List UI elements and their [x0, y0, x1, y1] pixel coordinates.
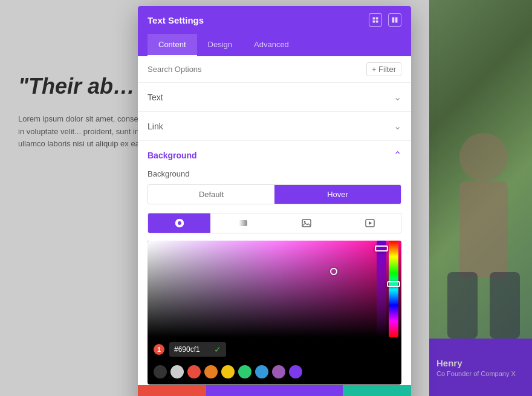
hue-handle[interactable] — [387, 281, 400, 287]
svg-rect-13 — [302, 219, 311, 227]
background-subtabs: Default Hover — [148, 184, 401, 204]
link-section-label: Link — [148, 122, 163, 131]
swatch-1[interactable] — [154, 365, 167, 378]
color-type-btn[interactable] — [148, 213, 210, 233]
color-swatches-row — [148, 362, 401, 385]
undo-button[interactable]: ↺ — [206, 385, 274, 396]
svg-point-11 — [178, 221, 181, 225]
tab-design[interactable]: Design — [197, 34, 243, 56]
svg-rect-4 — [373, 18, 375, 20]
swatch-8[interactable] — [272, 365, 285, 378]
cancel-button[interactable]: ✕ — [138, 385, 206, 396]
alpha-bar[interactable] — [377, 241, 386, 337]
panel-header: Text Settings — [138, 6, 411, 34]
hex-input-wrap: ✓ — [169, 342, 226, 357]
settings-panel: Text Settings Content Design Advanced + … — [138, 6, 411, 396]
svg-point-14 — [303, 221, 305, 223]
tab-content[interactable]: Content — [148, 34, 197, 56]
color-picker[interactable]: 1 ✓ — [148, 241, 401, 385]
columns-icon[interactable] — [388, 13, 401, 27]
background-section-header[interactable]: Background ⌃ — [148, 149, 401, 161]
svg-rect-6 — [373, 21, 375, 23]
alpha-handle[interactable] — [375, 245, 388, 252]
panel-tabs: Content Design Advanced — [138, 34, 411, 56]
link-chevron-icon: ⌄ — [394, 120, 401, 132]
search-input[interactable] — [148, 65, 366, 74]
background-sublabel: Background — [148, 169, 401, 178]
filter-button[interactable]: + Filter — [366, 62, 401, 76]
color-picker-bottom: 1 ✓ — [148, 337, 401, 362]
panel-title: Text Settings — [148, 15, 204, 25]
swatch-9[interactable] — [289, 365, 302, 378]
svg-rect-8 — [392, 18, 395, 23]
color-number-badge: 1 — [154, 344, 164, 355]
video-type-btn[interactable] — [339, 213, 401, 233]
subtab-hover[interactable]: Hover — [274, 185, 401, 204]
svg-rect-9 — [395, 18, 398, 23]
swatch-5[interactable] — [221, 365, 235, 378]
tab-advanced[interactable]: Advanced — [243, 34, 300, 56]
svg-rect-5 — [376, 18, 378, 20]
background-section-label: Background — [148, 151, 197, 160]
gradient-type-btn[interactable] — [212, 213, 274, 233]
panel-header-icons — [369, 13, 401, 27]
panel-body: Text ⌄ Link ⌄ Background ⌃ Background De… — [138, 83, 411, 385]
swatch-2[interactable] — [170, 365, 184, 378]
background-chevron-icon: ⌃ — [394, 149, 401, 161]
hue-bar[interactable] — [389, 241, 398, 337]
swatch-6[interactable] — [238, 365, 251, 378]
swatch-7[interactable] — [255, 365, 268, 378]
hex-input[interactable] — [174, 345, 210, 354]
text-section-row[interactable]: Text ⌄ — [138, 83, 411, 112]
svg-marker-16 — [369, 221, 372, 225]
swatch-3[interactable] — [187, 365, 201, 378]
black-overlay — [148, 241, 401, 337]
subtab-default[interactable]: Default — [148, 185, 274, 204]
swatch-4[interactable] — [204, 365, 218, 378]
svg-rect-7 — [376, 21, 378, 23]
resize-icon[interactable] — [369, 13, 382, 27]
text-chevron-icon: ⌄ — [394, 91, 401, 103]
panel-search-bar: + Filter — [138, 56, 411, 83]
hex-confirm-icon[interactable]: ✓ — [214, 345, 221, 354]
save-button[interactable]: ✓ — [343, 385, 411, 396]
color-picker-area[interactable] — [148, 241, 401, 337]
link-section-row[interactable]: Link ⌄ — [138, 112, 411, 141]
image-type-btn[interactable] — [275, 213, 337, 233]
svg-rect-12 — [239, 220, 247, 226]
background-type-icons — [148, 213, 401, 233]
text-section-label: Text — [148, 93, 163, 102]
redo-button[interactable]: ↻ — [274, 385, 343, 396]
panel-footer: ✕ ↺ ↻ ✓ — [138, 385, 411, 396]
background-section: Background ⌃ Background Default Hover — [138, 141, 411, 385]
